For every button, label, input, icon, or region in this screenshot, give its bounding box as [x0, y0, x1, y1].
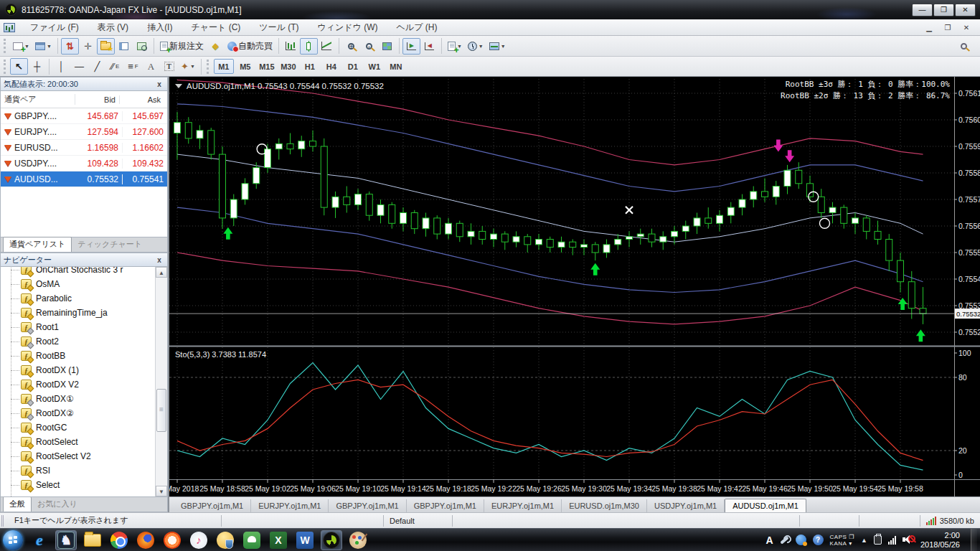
market-watch-header[interactable]: 気配値表示: 20:00:30 x — [0, 77, 168, 91]
zoom-in-button[interactable]: + — [342, 38, 360, 55]
taskbar-mascot-app[interactable] — [215, 530, 236, 550]
profiles-button[interactable]: ▼ — [32, 38, 55, 55]
navigator-item[interactable]: ƒRootDX① — [1, 392, 155, 406]
periods-button[interactable]: ▼ — [465, 38, 486, 55]
timeframe-mn[interactable]: MN — [386, 59, 406, 74]
menu-item[interactable]: ヘルプ (H) — [387, 19, 447, 35]
search-button[interactable] — [955, 38, 973, 55]
templates-button[interactable]: ▼ — [486, 38, 509, 55]
taskbar-evernote[interactable] — [241, 530, 263, 550]
candlestick-mode-button[interactable] — [300, 38, 318, 55]
horizontal-line-tool-button[interactable]: — — [70, 58, 88, 75]
strategy-tester-button[interactable] — [133, 38, 151, 55]
chart-tab[interactable]: USDJPY.oj1m,M1 — [647, 499, 725, 512]
chart-tab[interactable]: GBPJPY.oj1m,M1 — [407, 499, 484, 512]
navigator-item[interactable]: ƒParabolic — [1, 291, 155, 306]
chart-tab[interactable]: EURJPY.oj1m,M1 — [251, 499, 329, 512]
clipboard-tray-icon[interactable] — [874, 535, 882, 545]
ime-caps-kana[interactable]: CAPS❐ KANA▾ — [830, 534, 854, 547]
mdi-close-button[interactable]: ✕ — [958, 22, 974, 33]
chart-tab[interactable]: GBPJPY.oj1m,M1 — [174, 499, 251, 512]
navigator-item[interactable]: ƒRSI — [1, 463, 155, 478]
start-button[interactable] — [3, 530, 23, 550]
tile-windows-button[interactable] — [378, 38, 396, 55]
minimize-button[interactable]: — — [912, 4, 933, 17]
market-watch-row[interactable]: USDJPY....109.428109.432 — [1, 156, 167, 171]
timeframe-m30[interactable]: M30 — [278, 59, 298, 74]
chart-tab[interactable]: EURJPY.oj1m,M1 — [484, 499, 562, 512]
ime-mode-icon[interactable]: A — [765, 534, 773, 546]
taskbar-firefox[interactable] — [135, 530, 156, 550]
line-chart-mode-button[interactable] — [318, 38, 336, 55]
taskbar-excel[interactable]: X — [268, 530, 289, 550]
market-watch-row[interactable]: EURJPY....127.594127.600 — [1, 124, 167, 140]
network-signal-icon[interactable] — [888, 536, 896, 545]
app-ball-icon[interactable] — [796, 534, 806, 545]
scroll-up-icon[interactable]: ▲ — [156, 267, 167, 278]
show-hidden-icons-button[interactable]: ▲ — [861, 537, 867, 544]
mdi-restore-button[interactable]: ❐ — [940, 22, 956, 33]
taskbar-chrome[interactable] — [108, 530, 130, 550]
navigator-item[interactable]: ƒRootDX V2 — [1, 377, 155, 392]
show-desktop-button[interactable] — [971, 529, 977, 551]
timeframe-m1[interactable]: M1 — [214, 59, 234, 74]
menu-item[interactable]: 表示 (V) — [88, 19, 138, 35]
market-watch-close-icon[interactable]: x — [154, 80, 164, 88]
muted-speaker-icon[interactable] — [903, 534, 914, 545]
menu-item[interactable]: ファイル (F) — [21, 19, 88, 35]
script-button[interactable]: ◆ — [207, 38, 225, 55]
auto-scroll-button[interactable]: ▶ — [402, 38, 420, 55]
navigator-item[interactable]: ƒRootBB — [1, 349, 155, 363]
chart-tab[interactable]: AUDUSD.oj1m,M1 — [725, 499, 806, 512]
navigator-item[interactable]: ƒRoot2 — [1, 334, 155, 349]
timeframe-h1[interactable]: H1 — [300, 59, 320, 74]
bar-chart-mode-button[interactable] — [282, 38, 300, 55]
taskbar-paint[interactable] — [347, 530, 369, 550]
navigator-item[interactable]: ƒRootGC — [1, 420, 155, 435]
market-watch-row[interactable]: AUDUSD...0.755320.75541 — [1, 171, 167, 187]
menu-item[interactable]: ツール (T) — [250, 19, 308, 35]
column-symbol[interactable]: 通貨ペア — [1, 94, 75, 105]
cursor-tool-button[interactable]: ↖ — [10, 58, 28, 75]
scroll-down-icon[interactable]: ▼ — [156, 486, 167, 496]
menu-item[interactable]: チャート (C) — [182, 19, 250, 35]
tab-common[interactable]: 全般 — [3, 496, 32, 512]
taskbar-file-explorer[interactable] — [82, 530, 103, 550]
zoom-out-button[interactable]: - — [360, 38, 378, 55]
tab-tick-chart[interactable]: ティックチャート — [72, 237, 148, 252]
navigator-scrollbar[interactable]: ▲ ▼ — [155, 267, 167, 496]
market-watch-row[interactable]: EURUSD...1.165981.16602 — [1, 140, 167, 156]
tab-favorites[interactable]: お気に入り — [32, 497, 83, 512]
taskbar-word[interactable]: W — [294, 530, 316, 550]
chart-tab[interactable]: EURUSD.oj1m,M30 — [562, 499, 647, 512]
navigator-item[interactable]: ƒRootSelect V2 — [1, 449, 155, 463]
tab-symbol-list[interactable]: 通貨ペアリスト — [3, 237, 72, 252]
taskbar-oanda-mt4[interactable] — [321, 530, 342, 550]
navigator-item[interactable]: ƒOsMA — [1, 277, 155, 291]
timeframe-m5[interactable]: M5 — [235, 59, 255, 74]
navigator-item[interactable]: ƒRemainingTime_ja — [1, 306, 155, 320]
arrows-tool-button[interactable]: ✦▼ — [178, 58, 198, 75]
terminal-button[interactable] — [115, 38, 133, 55]
toolbar-grip[interactable] — [4, 39, 7, 53]
timeframe-m15[interactable]: M15 — [257, 59, 277, 74]
price-chart[interactable]: 0.755320.756150.756050.755950.755850.755… — [169, 77, 980, 496]
navigator-close-icon[interactable]: x — [154, 256, 164, 264]
chart-tab[interactable]: GBPJPY.oj1m,M1 — [329, 499, 406, 512]
menu-item[interactable]: ウィンドウ (W) — [308, 19, 387, 35]
navigator-item[interactable]: ƒRoot1 — [1, 320, 155, 334]
toolbar-grip[interactable] — [207, 60, 210, 74]
maximize-button[interactable]: ❐ — [933, 4, 954, 17]
chart-window-icon[interactable] — [4, 23, 15, 32]
toolbar-grip[interactable] — [4, 60, 7, 74]
crosshair-tool-button[interactable]: ┼ — [28, 58, 46, 75]
scrollbar-thumb[interactable] — [156, 389, 166, 432]
taskbar-internet-explorer[interactable]: e — [29, 530, 50, 550]
taskbar-opera[interactable] — [161, 530, 183, 550]
timeframe-w1[interactable]: W1 — [364, 59, 385, 74]
mdi-minimize-button[interactable]: ▁ — [921, 22, 937, 33]
data-window-button[interactable]: ✛ — [79, 38, 97, 55]
channel-tool-button[interactable]: ∕∕E — [106, 58, 124, 75]
navigator-item[interactable]: ƒRootDX② — [1, 406, 155, 420]
tray-clock[interactable]: 2:00 2018/05/26 — [920, 531, 960, 550]
